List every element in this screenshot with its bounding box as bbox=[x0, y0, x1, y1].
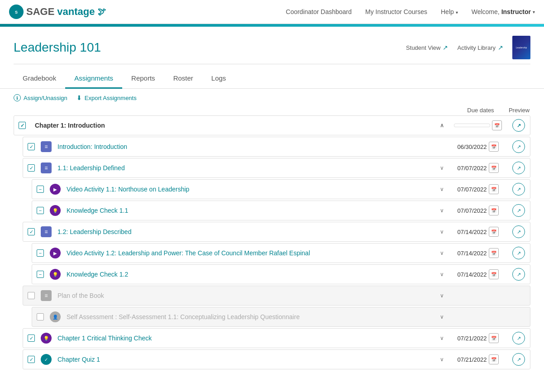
assign-unassign-button[interactable]: ℹ Assign/Unassign bbox=[14, 94, 67, 101]
nav-help[interactable]: Help ▾ bbox=[441, 8, 458, 15]
preview-btn-video1-2[interactable]: ↗ bbox=[512, 247, 525, 259]
preview-btn-video1-1[interactable]: ↗ bbox=[512, 183, 525, 196]
welcome-user: Welcome, Instructor ▾ bbox=[472, 8, 535, 15]
checkbox-planbook[interactable] bbox=[28, 292, 35, 299]
preview-btn-intro[interactable]: ↗ bbox=[512, 140, 525, 153]
checkbox-quiz1[interactable] bbox=[28, 356, 35, 363]
tab-reports[interactable]: Reports bbox=[122, 69, 164, 89]
calendar-icon-intro[interactable]: 📅 bbox=[489, 142, 499, 152]
row-checkbox-quiz1[interactable] bbox=[23, 356, 39, 363]
row-preview-video1-2: ↗ bbox=[507, 247, 530, 259]
user-chevron-icon[interactable]: ▾ bbox=[533, 10, 535, 14]
checkbox-s1-2[interactable] bbox=[28, 228, 35, 235]
row-icon-s1-1: ≡ bbox=[39, 163, 53, 173]
table-row: 💡 Chapter 1 Critical Thinking Check ∨ 07… bbox=[23, 328, 530, 348]
calendar-icon-chapter1[interactable]: 📅 bbox=[492, 120, 502, 130]
checkbox-chapter1[interactable] bbox=[19, 122, 26, 129]
row-preview-quiz1: ↗ bbox=[507, 353, 530, 366]
link-quiz1[interactable]: Chapter Quiz 1 bbox=[57, 356, 100, 363]
expand-quiz1[interactable]: ∨ bbox=[435, 356, 449, 363]
row-checkbox-video1-2[interactable] bbox=[32, 249, 48, 257]
book-thumbnail[interactable]: Leadership bbox=[512, 36, 530, 59]
preview-btn-quiz1[interactable]: ↗ bbox=[512, 353, 525, 366]
nav-instructor-courses[interactable]: My Instructor Courses bbox=[365, 8, 427, 15]
calendar-icon-video1-1[interactable]: 📅 bbox=[489, 184, 499, 194]
row-preview-intro: ↗ bbox=[507, 140, 530, 153]
link-intro[interactable]: Introduction: Introduction bbox=[57, 143, 127, 150]
due-date-value-critical1: 07/21/2022 bbox=[457, 335, 487, 342]
link-selfassess[interactable]: Self Assessment : Self-Assessment 1.1: C… bbox=[67, 313, 300, 320]
nav-coordinator-dashboard[interactable]: Coordinator Dashboard bbox=[286, 8, 352, 15]
link-planbook[interactable]: Plan of the Book bbox=[57, 292, 104, 299]
tab-roster[interactable]: Roster bbox=[164, 69, 202, 89]
calendar-icon-kc1-1[interactable]: 📅 bbox=[489, 206, 499, 215]
row-checkbox-s1-1[interactable] bbox=[23, 164, 39, 172]
row-checkbox-chapter1[interactable] bbox=[14, 122, 30, 129]
row-checkbox-s1-2[interactable] bbox=[23, 228, 39, 235]
link-video1-1[interactable]: Video Activity 1.1: Northouse on Leaders… bbox=[67, 186, 189, 193]
expand-kc1-1[interactable]: ∨ bbox=[435, 207, 449, 214]
link-s1-1[interactable]: 1.1: Leadership Defined bbox=[57, 164, 125, 172]
video-icon-2: ▶ bbox=[50, 248, 61, 258]
checkbox-critical1[interactable] bbox=[28, 335, 35, 342]
row-checkbox-selfassess[interactable] bbox=[32, 313, 48, 320]
table-row: ≡ Plan of the Book ∨ bbox=[23, 286, 530, 306]
calendar-icon-quiz1[interactable]: 📅 bbox=[489, 354, 499, 364]
row-checkbox-critical1[interactable] bbox=[23, 335, 39, 342]
preview-btn-kc1-2[interactable]: ↗ bbox=[512, 268, 525, 281]
row-label-chapter1: Chapter 1: Introduction bbox=[30, 122, 435, 129]
preview-btn-critical1[interactable]: ↗ bbox=[512, 332, 525, 344]
expand-chapter1[interactable]: ∧ bbox=[435, 122, 449, 129]
expand-selfassess[interactable]: ∨ bbox=[435, 314, 449, 320]
expand-kc1-2[interactable]: ∨ bbox=[435, 271, 449, 277]
calendar-icon-s1-1[interactable]: 📅 bbox=[489, 163, 499, 173]
export-assignments-button[interactable]: ⬇ Export Assignments bbox=[76, 94, 137, 101]
checkbox-selfassess[interactable] bbox=[37, 313, 44, 320]
preview-btn-s1-1[interactable]: ↗ bbox=[512, 162, 525, 174]
link-critical1[interactable]: Chapter 1 Critical Thinking Check bbox=[57, 335, 152, 342]
checkbox-video1-1[interactable] bbox=[37, 186, 44, 193]
row-checkbox-kc1-1[interactable] bbox=[32, 207, 48, 214]
row-label-kc1-1: Knowledge Check 1.1 bbox=[62, 207, 435, 214]
expand-critical1[interactable]: ∨ bbox=[435, 335, 449, 341]
expand-s1-2[interactable]: ∨ bbox=[435, 229, 449, 235]
due-date-value-s1-1: 07/07/2022 bbox=[457, 165, 487, 172]
calendar-icon-kc1-2[interactable]: 📅 bbox=[489, 269, 499, 279]
table-row: ▶ Video Activity 1.1: Northouse on Leade… bbox=[32, 179, 530, 199]
calendar-icon-s1-2[interactable]: 📅 bbox=[489, 227, 499, 237]
logo-bird-icon: 🕊 bbox=[98, 7, 106, 17]
expand-planbook[interactable]: ∨ bbox=[435, 292, 449, 299]
course-tabs: Gradebook Assignments Reports Roster Log… bbox=[0, 69, 544, 89]
tab-gradebook[interactable]: Gradebook bbox=[14, 69, 65, 89]
tab-assignments[interactable]: Assignments bbox=[65, 69, 122, 89]
checkbox-kc1-2[interactable] bbox=[37, 271, 44, 278]
table-row: ≡ Introduction: Introduction 06/30/2022 … bbox=[23, 137, 530, 157]
due-date-input-chapter1[interactable] bbox=[454, 124, 490, 127]
row-preview-s1-1: ↗ bbox=[507, 162, 530, 174]
row-due-intro: 06/30/2022 📅 bbox=[449, 142, 507, 152]
row-checkbox-kc1-2[interactable] bbox=[32, 271, 48, 278]
link-kc1-1[interactable]: Knowledge Check 1.1 bbox=[67, 207, 128, 214]
row-icon-planbook: ≡ bbox=[39, 290, 53, 301]
row-checkbox-intro[interactable] bbox=[23, 143, 39, 150]
preview-btn-chapter1[interactable]: ↗ bbox=[512, 119, 525, 132]
checkbox-video1-2[interactable] bbox=[37, 249, 44, 257]
expand-s1-1[interactable]: ∨ bbox=[435, 165, 449, 171]
checkbox-intro[interactable] bbox=[28, 143, 35, 150]
activity-library-link[interactable]: Activity Library ↗ bbox=[457, 44, 503, 51]
link-s1-2[interactable]: 1.2: Leadership Described bbox=[57, 228, 131, 235]
row-checkbox-video1-1[interactable] bbox=[32, 186, 48, 193]
student-view-link[interactable]: Student View ↗ bbox=[406, 44, 448, 51]
tab-logs[interactable]: Logs bbox=[202, 69, 235, 89]
row-checkbox-planbook[interactable] bbox=[23, 292, 39, 299]
expand-video1-2[interactable]: ∨ bbox=[435, 250, 449, 256]
preview-btn-kc1-1[interactable]: ↗ bbox=[512, 204, 525, 217]
checkbox-s1-1[interactable] bbox=[28, 164, 35, 172]
checkbox-kc1-1[interactable] bbox=[37, 207, 44, 214]
preview-btn-s1-2[interactable]: ↗ bbox=[512, 225, 525, 238]
calendar-icon-video1-2[interactable]: 📅 bbox=[489, 248, 499, 258]
calendar-icon-critical1[interactable]: 📅 bbox=[489, 333, 499, 343]
expand-video1-1[interactable]: ∨ bbox=[435, 186, 449, 192]
link-kc1-2[interactable]: Knowledge Check 1.2 bbox=[67, 271, 128, 278]
link-video1-2[interactable]: Video Activity 1.2: Leadership and Power… bbox=[67, 249, 310, 257]
